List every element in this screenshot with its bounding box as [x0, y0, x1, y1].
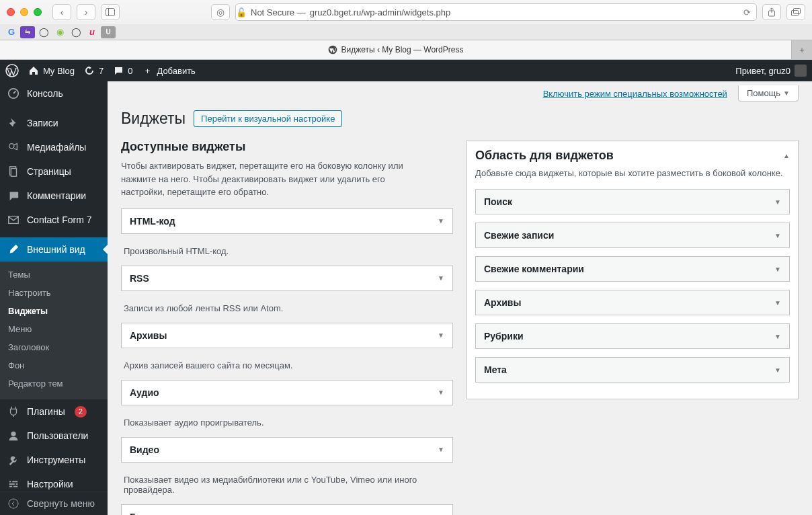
svg-point-12: [11, 432, 15, 436]
menu-tools[interactable]: Инструменты: [0, 448, 108, 472]
submenu-header[interactable]: Заголовок: [0, 338, 108, 356]
submenu-menus[interactable]: Меню: [0, 320, 108, 338]
chevron-down-icon: ▼: [774, 232, 781, 239]
submenu-widgets[interactable]: Виджеты: [0, 302, 108, 320]
chevron-down-icon: ▼: [438, 217, 444, 225]
maximize-window-button[interactable]: [34, 8, 42, 16]
favorite-item[interactable]: ◯: [36, 26, 51, 38]
available-widget[interactable]: Видео▼: [122, 438, 452, 462]
comment-icon: [113, 65, 124, 76]
collapse-menu[interactable]: Свернуть меню: [0, 491, 108, 515]
accessibility-mode-link[interactable]: Включить режим специальных возможностей: [543, 89, 727, 99]
avatar: [795, 65, 807, 77]
tabs-icon: [791, 8, 801, 16]
svg-rect-10: [11, 169, 16, 177]
chevron-down-icon: ▼: [774, 366, 781, 374]
sidebar-widget[interactable]: Мета▼: [475, 357, 790, 383]
menu-comments[interactable]: Комментарии: [0, 184, 108, 208]
svg-rect-15: [9, 483, 15, 485]
sidebar-toggle-button[interactable]: [101, 4, 120, 20]
svg-point-19: [9, 499, 18, 508]
widget-title: Свежие записи: [484, 230, 554, 241]
home-icon: [28, 65, 39, 76]
widget-description: Записи из любой ленты RSS или Atom.: [121, 298, 453, 323]
my-account-link[interactable]: Привет, gruz0: [735, 65, 807, 77]
menu-appearance[interactable]: Внешний вид: [0, 237, 108, 262]
widget-title: RSS: [130, 273, 149, 284]
sidebar-widget[interactable]: Архивы▼: [475, 290, 790, 315]
chevron-down-icon: ▼: [438, 389, 444, 396]
visual-customize-button[interactable]: Перейти к визуальной настройке: [194, 110, 342, 127]
dashboard-icon: [7, 87, 20, 100]
chevron-down-icon: ▼: [774, 266, 781, 273]
available-widget[interactable]: Архивы▼: [122, 323, 452, 348]
back-button[interactable]: ‹: [52, 4, 71, 20]
available-widgets-heading: Доступные виджеты: [121, 140, 453, 154]
favorite-item[interactable]: U: [101, 26, 116, 38]
menu-pages[interactable]: Страницы: [0, 159, 108, 184]
widget-area-title: Область для виджетов: [475, 149, 614, 163]
minimize-window-button[interactable]: [20, 8, 28, 16]
traffic-lights: [7, 8, 42, 16]
close-window-button[interactable]: [7, 8, 15, 16]
menu-contact-form[interactable]: Contact Form 7: [0, 208, 108, 232]
wordpress-icon: [5, 64, 19, 77]
svg-rect-4: [794, 9, 801, 14]
browser-chrome: ‹ › ◎ 🔓 Not Secure — gruz0.bget.ru/wp-ad…: [0, 0, 812, 60]
widget-title: Поиск: [484, 196, 512, 207]
submenu-theme-editor[interactable]: Редактор тем: [0, 374, 108, 393]
available-widget[interactable]: RSS▼: [122, 266, 452, 290]
collapse-area-icon[interactable]: ▲: [783, 152, 790, 159]
chevron-down-icon: ▼: [438, 274, 444, 282]
privacy-report-button[interactable]: ◎: [211, 4, 230, 20]
favorite-item[interactable]: G: [4, 26, 19, 38]
favorite-item[interactable]: ⇋: [20, 26, 35, 38]
menu-users[interactable]: Пользователи: [0, 424, 108, 448]
available-widget[interactable]: Аудио▼: [122, 381, 452, 405]
menu-plugins[interactable]: Плагины 2: [0, 399, 108, 424]
widget-title: Мета: [484, 364, 507, 375]
sidebar-widget[interactable]: Свежие записи▼: [475, 223, 790, 248]
lock-warning-icon: 🔓: [236, 7, 247, 17]
svg-rect-0: [106, 9, 115, 16]
favorite-item[interactable]: ◯: [69, 26, 83, 38]
available-widgets-desc: Чтобы активировать виджет, перетащите ег…: [121, 159, 403, 199]
comment-icon: [7, 189, 20, 202]
menu-posts[interactable]: Записи: [0, 111, 108, 135]
sidebar-widget[interactable]: Рубрики▼: [475, 323, 790, 349]
plus-icon: +: [142, 65, 153, 76]
share-button[interactable]: [762, 4, 781, 20]
sidebar-widget[interactable]: Свежие комментарии▼: [475, 256, 790, 282]
new-tab-button[interactable]: +: [792, 40, 812, 59]
browser-tab[interactable]: Виджеты ‹ My Blog — WordPress: [0, 40, 792, 59]
svg-rect-14: [12, 481, 17, 483]
menu-dashboard[interactable]: Консоль: [0, 81, 108, 106]
available-widget[interactable]: Галерея▼: [122, 505, 452, 516]
wp-logo[interactable]: [5, 64, 19, 77]
updates-link[interactable]: 7: [84, 65, 104, 76]
tabs-button[interactable]: [786, 4, 805, 20]
browser-title-bar: ‹ › ◎ 🔓 Not Secure — gruz0.bget.ru/wp-ad…: [0, 0, 812, 24]
submenu-themes[interactable]: Темы: [0, 266, 108, 284]
menu-media[interactable]: Медиафайлы: [0, 135, 108, 159]
reload-icon[interactable]: ⟳: [743, 7, 751, 17]
sidebar-widget[interactable]: Поиск▼: [475, 189, 790, 214]
site-name-link[interactable]: My Blog: [28, 65, 75, 76]
page-heading: Виджеты Перейти к визуальной настройке: [121, 110, 799, 128]
help-tab[interactable]: Помощь ▼: [738, 85, 799, 102]
url-bar[interactable]: 🔓 Not Secure — gruz0.bget.ru/wp-admin/wi…: [235, 3, 757, 21]
screen-meta: Включить режим специальных возможностей …: [121, 81, 799, 106]
submenu-background[interactable]: Фон: [0, 356, 108, 374]
wp-admin-bar: My Blog 7 0 + Добавить Привет, gruz0: [0, 60, 812, 81]
svg-rect-11: [9, 216, 18, 224]
widget-description: Произвольный HTML-код.: [121, 241, 453, 266]
submenu-customize[interactable]: Настроить: [0, 284, 108, 302]
comments-link[interactable]: 0: [113, 65, 132, 76]
add-new-link[interactable]: + Добавить: [142, 65, 195, 76]
forward-button[interactable]: ›: [77, 4, 95, 20]
user-icon: [7, 429, 20, 442]
sidebar-icon: [106, 8, 115, 16]
favorite-item[interactable]: u: [85, 26, 99, 38]
available-widget[interactable]: HTML-код▼: [122, 209, 452, 233]
favorite-item[interactable]: ◉: [52, 26, 67, 38]
